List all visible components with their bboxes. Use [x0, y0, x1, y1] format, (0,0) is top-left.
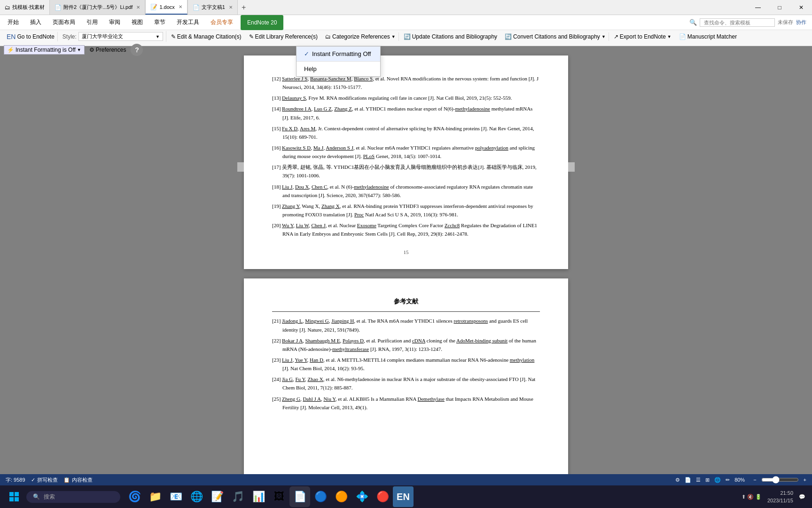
taskbar-app-1[interactable]: 🌀: [124, 486, 145, 507]
style-dropdown[interactable]: 厦门大学毕业论文 ▼: [78, 32, 163, 41]
tab-chapter[interactable]: 章节: [148, 15, 171, 30]
ref-item-20: [20] Wu Y, Liu W, Chen J, et al. Nuclear…: [272, 221, 540, 238]
categorize-dropdown-icon: ▼: [391, 34, 396, 39]
window-controls: — □ ✕: [747, 0, 812, 15]
tab-findtemplate[interactable]: 🗂 找模板·找素材: [0, 0, 49, 15]
taskbar-app-12[interactable]: 🔴: [372, 486, 393, 507]
style-selector[interactable]: Style: 厦门大学毕业论文 ▼: [60, 31, 166, 42]
tab-insert[interactable]: 插入: [24, 15, 47, 30]
clock-date: 2023/11/15: [767, 497, 793, 505]
edit-library-btn[interactable]: ✎ Edit Library Reference(s): [246, 32, 320, 41]
windows-icon: [9, 492, 19, 501]
spell-check-btn[interactable]: ✓ 拼写检查: [31, 476, 58, 484]
tab-pdf-icon: 📄: [55, 4, 62, 11]
ref-item-15: [15] Fu X D, Ares M, Jr. Context-depende…: [272, 124, 540, 141]
start-btn[interactable]: [3, 485, 25, 508]
tab-vip[interactable]: 会员专享: [205, 15, 239, 30]
tab-references[interactable]: 引用: [81, 15, 103, 30]
maximize-btn[interactable]: □: [769, 0, 790, 15]
export-endnote-btn[interactable]: ↗ Export to EndNote ▼: [611, 32, 674, 41]
tab-pdf-close[interactable]: ✕: [136, 5, 140, 10]
ref-item-22: [22] Bokar J A, Shambaugh M E, Polayes D…: [272, 336, 540, 353]
tab-dev[interactable]: 开发工具: [171, 15, 205, 30]
convert-citations-btn[interactable]: 🔄 Convert Citations and Bibliography ▼: [502, 32, 609, 41]
taskbar-app-endnote[interactable]: EN: [393, 486, 414, 507]
pen-icon[interactable]: ✏: [726, 477, 730, 483]
zoom-slider[interactable]: [761, 476, 799, 484]
page-corner-right: [568, 162, 575, 172]
zoom-out-icon[interactable]: −: [753, 477, 756, 483]
taskbar-app-7[interactable]: 📊: [248, 486, 269, 507]
tab-findtemplate-label: 找模板·找素材: [12, 4, 45, 11]
tab-docx[interactable]: 📝 1.docx ✕: [145, 0, 187, 15]
collaborate-label[interactable]: 协作: [796, 19, 806, 26]
title-bar: 🗂 找模板·找素材 📄 附件2《厦门大学...5号》Li.pdf ✕ 📝 1.d…: [0, 0, 812, 15]
ref-item-13: [13] Delaunay S, Frye M. RNA modificatio…: [272, 94, 540, 102]
taskbar-app-2[interactable]: 📁: [145, 486, 165, 507]
convert-label: Convert Citations and Bibliography: [513, 33, 600, 40]
categorize-btn[interactable]: 🗂 Categorize References ▼: [322, 32, 399, 41]
ref-section-title: 参考文献: [272, 297, 540, 306]
view-web-icon[interactable]: 🌐: [714, 477, 721, 483]
close-btn[interactable]: ✕: [790, 0, 812, 15]
settings-icon[interactable]: ⚙: [675, 477, 680, 483]
categorize-label: Categorize References: [332, 33, 390, 40]
convert-dropdown-icon: ▼: [601, 34, 606, 39]
view-page-icon[interactable]: 📄: [685, 477, 691, 483]
taskbar-search-icon: 🔍: [33, 493, 40, 500]
tab-pdf-label: 附件2《厦门大学...5号》Li.pdf: [63, 4, 133, 11]
search-input[interactable]: [700, 18, 775, 27]
taskbar-app-6[interactable]: 🎵: [227, 486, 248, 507]
instant-format-dropdown-icon: ▼: [77, 48, 81, 52]
taskbar-search[interactable]: 🔍 搜索: [26, 491, 120, 503]
taskbar-app-9[interactable]: 🔵: [310, 486, 331, 507]
ref-item-17: [17] 吴秀翠, 赵铭, 张晶, 等. YTHDC1基因在小鼠小脑发育及人脑母…: [272, 163, 540, 180]
edit-manage-icon: ✎: [171, 33, 176, 40]
taskbar-app-4[interactable]: 🌐: [186, 486, 207, 507]
preferences-btn[interactable]: ⚙ Preferences: [86, 46, 129, 54]
search-icon[interactable]: 🔍: [689, 19, 697, 26]
content-check-label: 内容检查: [72, 476, 93, 484]
tab-docx-close[interactable]: ✕: [179, 4, 182, 9]
ref-item-19: [19] Zhang Y, Wang X, Zhang X, et al. RN…: [272, 202, 540, 219]
tab-start[interactable]: 开始: [2, 15, 24, 30]
content-check-btn[interactable]: 📋 内容检查: [63, 476, 93, 484]
zoom-in-icon[interactable]: +: [804, 477, 806, 483]
view-split-icon[interactable]: ⊞: [705, 477, 710, 483]
tab-page-layout[interactable]: 页面布局: [47, 15, 81, 30]
document-area[interactable]: [12] Satterlee J S, Basanta-Sanchez M, B…: [0, 46, 812, 474]
tab-add[interactable]: +: [238, 0, 250, 15]
export-dropdown-icon: ▼: [667, 34, 671, 39]
manuscript-label: Manuscript Matcher: [687, 33, 737, 40]
taskbar-app-11[interactable]: 💠: [351, 486, 372, 507]
minimize-btn[interactable]: —: [747, 0, 769, 15]
update-icon: 🔄: [404, 33, 411, 40]
taskbar-app-8[interactable]: 🖼: [269, 486, 289, 507]
go-to-endnote-btn[interactable]: EN Go to EndNote: [4, 32, 58, 41]
tab-view[interactable]: 视图: [126, 15, 148, 30]
ref-item-16: [16] Kasowitz S D, Ma J, Anderson S J, e…: [272, 143, 540, 160]
edit-manage-citations-btn[interactable]: ✎ Edit & Manage Citation(s): [168, 32, 244, 41]
tab-doc1-close[interactable]: ✕: [229, 5, 233, 10]
help-option[interactable]: Help: [297, 62, 380, 76]
taskbar-app-wps[interactable]: 📄: [289, 486, 310, 507]
taskbar-app-10[interactable]: 🟠: [331, 486, 351, 507]
page-corner-left: [237, 162, 244, 172]
instant-formatting-btn[interactable]: ⚡ Instant Formatting is Off ▼: [4, 45, 85, 55]
instant-format-off-option[interactable]: ✓ Instant Formatting Off: [297, 47, 380, 61]
tab-review[interactable]: 审阅: [103, 15, 126, 30]
tab-endnote[interactable]: EndNote 20: [241, 15, 283, 30]
view-list-icon[interactable]: ☰: [696, 477, 701, 483]
unsaved-label: 未保存: [778, 19, 793, 26]
taskbar-app-5[interactable]: 📝: [207, 486, 227, 507]
ref-item-21: [21] Jiadong L, Mingwei G, Jianping H, e…: [272, 317, 540, 333]
tab-pdf[interactable]: 📄 附件2《厦门大学...5号》Li.pdf ✕: [49, 0, 145, 15]
taskbar-clock[interactable]: 21:50 2023/11/15: [767, 489, 793, 505]
notification-icon[interactable]: 💬: [799, 494, 805, 500]
taskbar-app-3[interactable]: 📧: [165, 486, 186, 507]
instant-formatting-dropdown: ✓ Instant Formatting Off Help: [296, 46, 381, 77]
clock-time: 21:50: [767, 489, 793, 497]
manuscript-matcher-btn[interactable]: 📄 Manuscript Matcher: [676, 32, 740, 41]
update-citations-btn[interactable]: 🔄 Update Citations and Bibliography: [401, 32, 500, 41]
tab-doc1[interactable]: 📄 文字文稿1 ✕: [187, 0, 238, 15]
